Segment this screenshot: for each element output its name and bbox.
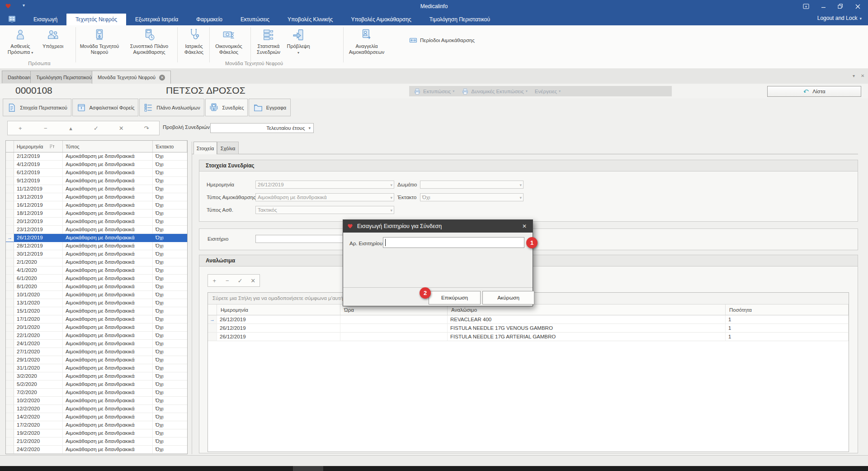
session-row[interactable]: 15/1/2020Αιμοκάθαρση με διτανθρακικάΌχι [6, 307, 187, 315]
obligors-button[interactable]: Υπόχρεοι [39, 28, 67, 49]
column-header-extra[interactable]: Έκτακτο [153, 141, 187, 152]
session-row[interactable]: 9/12/2019Αιμοκάθαρση με διτανθρακικάΌχι [6, 177, 187, 185]
session-row[interactable]: 28/12/2019Αιμοκάθαρση με διτανθρακικάΌχι [6, 242, 187, 250]
column-header-date[interactable]: Ημερομηνία [217, 304, 340, 315]
column-header-qty[interactable]: Ποσότητα [726, 304, 849, 315]
ribbon-tab-artificial-kidney[interactable]: Τεχνητός Νεφρός [66, 14, 126, 25]
session-row[interactable]: 29/1/2020Αιμοκάθαρση με διτανθρακικάΌχι [6, 356, 187, 364]
session-row[interactable]: 6/1/2020Αιμοκάθαρση με διτανθρακικάΌχι [6, 275, 187, 283]
consumable-row[interactable]: →26/12/2019REVACLEAR 4001 [208, 315, 849, 324]
patients-button[interactable]: Ασθενείς Πρόσωπα ▾ [6, 28, 34, 55]
session-row[interactable]: 12/2/2020Αιμοκάθαρση με διτανθρακικάΌχι [6, 405, 187, 413]
column-header-date[interactable]: Ημερομηνία [14, 141, 63, 152]
record-tab-documents[interactable]: Εγγραφα [249, 99, 291, 116]
session-row[interactable]: →26/12/2019Αιμοκάθαρση με διτανθρακικάΌχ… [6, 234, 187, 242]
tab-close-icon[interactable]: ✕ [159, 75, 165, 81]
session-row[interactable]: 17/1/2020Αιμοκάθαρση με διτανθρακικάΌχι [6, 315, 187, 324]
session-row[interactable]: 2/1/2020Αιμοκάθαρση με διτανθρακικάΌχι [6, 258, 187, 266]
session-row[interactable]: 19/2/2020Αιμοκάθαρση με διτανθρακικάΌχι [6, 429, 187, 438]
ribbon-tab-home[interactable]: Εισαγωγή [24, 14, 66, 25]
session-row[interactable]: 13/12/2019Αιμοκάθαρση με διτανθρακικάΌχι [6, 193, 187, 201]
forecast-button[interactable]: Πρόβλεψη▾ [285, 28, 311, 55]
list-button[interactable]: Λίστα [767, 86, 861, 97]
session-row[interactable]: 24/1/2020Αιμοκάθαρση με διτανθρακικάΌχι [6, 340, 187, 348]
accept-consumable-button[interactable]: ✓ [235, 277, 245, 284]
detail-tab-data[interactable]: Στοιχεία [193, 142, 217, 154]
session-row[interactable]: 7/2/2020Αιμοκάθαρση με διτανθρακικάΌχι [6, 389, 187, 397]
ribbon-tab-dialysis-submissions[interactable]: Υποβολές Αιμοκάθαρσης [342, 14, 420, 25]
session-row[interactable]: 10/2/2020Αιμοκάθαρση με διτανθρακικάΌχι [6, 397, 187, 405]
record-tab-sessions[interactable]: Συνεδρίες [205, 99, 248, 116]
record-tab-incident[interactable]: Στοιχεία Περιστατικού [3, 99, 71, 116]
session-row[interactable]: 16/12/2019Αιμοκάθαρση με διτανθρακικάΌχι [6, 201, 187, 209]
doc-tab-billing[interactable]: Τιμολόγηση Περιστατικού [30, 71, 98, 83]
tabstrip-close-icon[interactable]: ✕ [861, 73, 864, 78]
session-row[interactable]: 20/1/2020Αιμοκάθαρση με διτανθρακικάΌχι [6, 324, 187, 332]
actions-menu-button[interactable]: Ενέργειες▾ [535, 89, 561, 94]
session-row[interactable]: 30/12/2019Αιμοκάθαρση με διτανθρακικάΌχι [6, 250, 187, 258]
logout-and-lock-button[interactable]: Logout and Lock▾ [817, 15, 862, 21]
confirm-button[interactable]: Επικύρωση [429, 291, 481, 304]
session-row[interactable]: 11/12/2019Αιμοκάθαρση με διτανθρακικάΌχι [6, 185, 187, 193]
session-row[interactable]: 4/12/2019Αιμοκάθαρση με διτανθρακικάΌχι [6, 161, 187, 169]
record-tab-insurers[interactable]: Ασφαλιστικοί Φορείς [72, 99, 138, 116]
close-button[interactable] [851, 2, 864, 11]
cancel-session-button[interactable]: ✕ [112, 125, 130, 132]
column-header-type[interactable]: Τύπος [63, 141, 153, 152]
session-row[interactable]: 8/1/2020Αιμοκάθαρση με διτανθρακικάΌχι [6, 283, 187, 291]
session-row[interactable]: 2/12/2019Αιμοκάθαρση με διτανθρακικάΌχι [6, 152, 187, 161]
session-row[interactable]: 23/12/2019Αιμοκάθαρση με διτανθρακικάΌχι [6, 226, 187, 234]
ribbon-display-options-button[interactable] [799, 2, 813, 11]
restore-button[interactable] [834, 2, 847, 11]
session-row[interactable]: 17/2/2020Αιμοκάθαρση με διτανθρακικάΌχι [6, 421, 187, 429]
session-row[interactable]: 5/2/2020Αιμοκάθαρση με διτανθρακικάΌχι [6, 381, 187, 389]
cancel-consumable-button[interactable]: ✕ [248, 277, 259, 284]
dynamic-print-menu-button[interactable]: Δυναμικές Εκτυπώσεις▾ [462, 88, 528, 95]
summary-plan-button[interactable]: Συνοπτικό Πλάνο Αιμοκάθαρσης [127, 28, 172, 55]
ribbon-tab-printouts[interactable]: Εκτυπώσεις [231, 14, 278, 25]
medical-file-button[interactable]: Ιατρικός Φάκελος [181, 28, 207, 55]
delete-consumable-button[interactable]: − [222, 277, 233, 284]
session-row[interactable]: 20/12/2019Αιμοκάθαρση με διτανθρακικάΌχι [6, 218, 187, 226]
dialog-close-icon[interactable]: ✕ [520, 223, 529, 229]
session-row[interactable]: 24/2/2020Αιμοκάθαρση με διτανθρακικάΌχι [6, 446, 187, 454]
cancel-button[interactable]: Ακύρωση [482, 291, 534, 304]
delete-session-button[interactable]: − [37, 125, 55, 132]
edit-session-button[interactable]: ▴ [62, 125, 80, 132]
session-row[interactable]: 3/2/2020Αιμοκάθαρση με διτανθρακικάΌχι [6, 372, 187, 381]
session-stats-button[interactable]: Στατιστικά Συνεδριών [254, 28, 283, 55]
session-row[interactable]: 4/1/2020Αιμοκάθαρση με διτανθρακικάΌχι [6, 266, 187, 275]
ribbon-tab-clinic-submissions[interactable]: Υποβολές Κλινικής [278, 14, 342, 25]
session-row[interactable]: 14/2/2020Αιμοκάθαρση με διτανθρακικάΌχι [6, 413, 187, 421]
session-row[interactable]: 18/12/2019Αιμοκάθαρση με διτανθρακικάΌχι [6, 209, 187, 218]
session-row[interactable]: 27/1/2020Αιμοκάθαρση με διτανθρακικάΌχι [6, 348, 187, 356]
dialog-titlebar[interactable]: Εισαγωγή Εισιτηρίου για Σύνδεση ✕ [343, 220, 533, 233]
ribbon-tab-pharmacy[interactable]: Φαρμακείο [187, 14, 231, 25]
session-row[interactable]: 6/12/2019Αιμοκάθαρση με διτανθρακικάΌχι [6, 169, 187, 177]
consumable-row[interactable]: 26/12/2019FISTULA NEEDLE 17G ARTERIAL GA… [208, 333, 849, 341]
consumable-row[interactable]: 26/12/2019FISTULA NEEDLE 17G VENOUS GAMB… [208, 324, 849, 333]
unit-button[interactable]: Μονάδα Τεχνητού Νεφρού [80, 28, 119, 55]
session-row[interactable]: 13/1/2020Αιμοκάθαρση με διτανθρακικάΌχι [6, 299, 187, 307]
tabstrip-dropdown-icon[interactable]: ▾ [853, 73, 855, 78]
session-row[interactable]: 10/1/2020Αιμοκάθαρση με διτανθρακικάΌχι [6, 291, 187, 299]
session-row[interactable]: 21/2/2020Αιμοκάθαρση με διτανθρακικάΌχι [6, 438, 187, 446]
detail-tab-comments[interactable]: Σχόλια [217, 142, 239, 154]
refresh-session-button[interactable]: ↷ [137, 125, 156, 132]
session-view-combo[interactable]: Τελευταίου έτους ▾ [210, 123, 314, 133]
announcement-button[interactable]: Αναγγελία Αιμοκαθάρσεων [345, 28, 388, 55]
doc-tab-unit[interactable]: Μονάδα Τεχνητού Νεφρού✕ [92, 71, 171, 84]
session-row[interactable]: 31/1/2020Αιμοκάθαρση με διτανθρακικάΌχι [6, 364, 187, 372]
financial-file-button[interactable]: Οικονομικός Φάκελος [212, 28, 245, 55]
add-session-button[interactable]: + [11, 125, 29, 132]
minimize-button[interactable] [816, 2, 830, 11]
record-tab-consumables-plan[interactable]: Πλάνο Αναλωσίμων [139, 99, 204, 116]
add-consumable-button[interactable]: + [209, 277, 220, 284]
ribbon-tab-incident-billing[interactable]: Τιμολόγηση Περιστατικού [420, 14, 499, 25]
session-row[interactable]: 22/1/2020Αιμοκάθαρση με διτανθρακικάΌχι [6, 332, 187, 340]
app-menu-icon[interactable] [7, 14, 17, 24]
periods-button[interactable]: Περίοδοι Αιμοκάθαρσης [409, 36, 475, 44]
print-menu-button[interactable]: Εκτυπώσεις▾ [414, 88, 454, 95]
accept-session-button[interactable]: ✓ [87, 125, 105, 132]
ribbon-tab-outpatient[interactable]: Εξωτερικά Ιατρεία [126, 14, 187, 25]
